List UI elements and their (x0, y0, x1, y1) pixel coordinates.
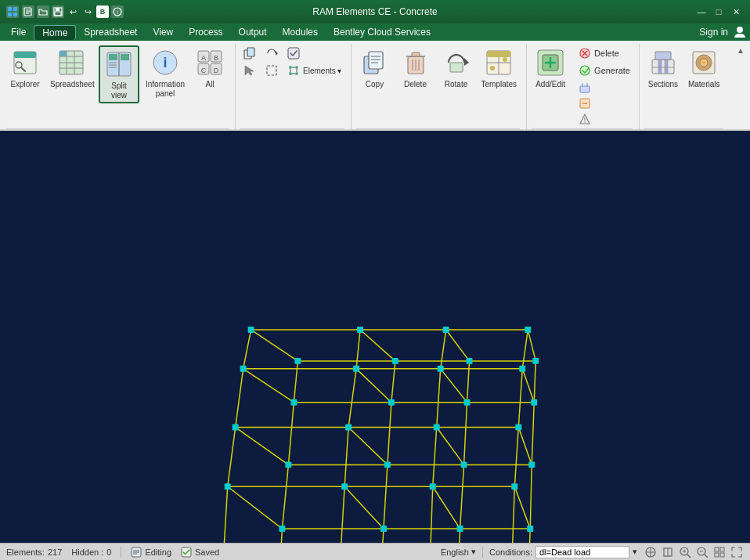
svg-rect-92 (658, 60, 662, 74)
menu-bentley-cloud[interactable]: Bentley Cloud Services (326, 25, 438, 39)
conditions-input[interactable] (535, 546, 629, 558)
svg-rect-82 (580, 86, 590, 92)
svg-marker-44 (276, 51, 278, 56)
editing-status[interactable]: Editing (131, 547, 171, 558)
svg-line-114 (224, 486, 228, 543)
fit-icon[interactable] (712, 545, 727, 559)
svg-rect-67 (450, 63, 463, 72)
svg-rect-218 (392, 358, 398, 364)
close-button[interactable]: ✕ (728, 4, 744, 20)
new-icon[interactable] (22, 5, 34, 18)
select-elements-dropdown[interactable]: Elements ▾ (284, 63, 344, 78)
copy-button[interactable]: Copy (356, 45, 394, 91)
svg-rect-3 (13, 13, 17, 16)
sections-icon (647, 47, 679, 78)
ribbon-group-selection: Elements ▾ Selection (237, 44, 351, 142)
svg-rect-199 (443, 327, 449, 333)
elements-count: 217 (48, 547, 62, 557)
delete-lc-button[interactable]: Delete (575, 45, 633, 61)
svg-rect-210 (384, 461, 391, 468)
menu-process[interactable]: Process (181, 25, 230, 39)
svg-line-176 (467, 361, 470, 403)
lc-extra2[interactable] (575, 96, 633, 111)
svg-rect-200 (525, 327, 531, 333)
svg-line-115 (228, 428, 236, 487)
svg-rect-45 (288, 48, 299, 59)
sections-button[interactable]: Sections (644, 45, 682, 91)
svg-rect-0 (8, 7, 12, 11)
view-icon-2[interactable] (661, 545, 675, 559)
language-dropdown[interactable]: English ▾ (441, 547, 476, 557)
rotate-button[interactable]: Rotate (438, 45, 475, 91)
user-icon (733, 25, 747, 39)
save-title-icon[interactable] (52, 5, 64, 18)
svg-text:D: D (214, 67, 219, 74)
maximize-button[interactable]: □ (711, 4, 727, 20)
bentley-icon[interactable]: B (96, 5, 109, 18)
information-panel-button[interactable]: i Informationpanel (142, 45, 188, 100)
menu-home[interactable]: Home (34, 25, 76, 40)
delete-model-button[interactable]: Delete (397, 45, 434, 91)
view-icon-1[interactable] (644, 545, 658, 559)
ribbon-content: Explorer (0, 41, 750, 142)
menu-output[interactable]: Output (231, 25, 275, 39)
select-copy-button[interactable] (240, 45, 259, 61)
materials-button[interactable]: Materials (685, 45, 723, 91)
app-container: ↩ ↪ B i RAM Elements CE - Concrete — □ ✕… (0, 0, 750, 560)
open-icon[interactable] (37, 5, 49, 18)
sign-in-label: Sign in (699, 27, 728, 38)
materials-label: Materials (688, 80, 720, 89)
menu-file[interactable]: File (3, 25, 34, 39)
saved-status[interactable]: Saved (181, 547, 219, 558)
generate-button[interactable]: Generate (575, 63, 633, 78)
lc-extra1[interactable] (575, 80, 633, 96)
redo-icon[interactable]: ↪ (81, 5, 94, 18)
svg-line-116 (236, 369, 243, 428)
fullscreen-icon[interactable] (730, 545, 744, 559)
svg-line-178 (530, 464, 532, 529)
zoom-out-icon[interactable] (695, 545, 709, 559)
svg-rect-10 (55, 12, 61, 16)
copy-icon (359, 47, 391, 78)
svg-line-160 (446, 330, 470, 361)
svg-rect-188 (511, 483, 517, 490)
svg-rect-248 (720, 547, 724, 551)
lc-extra3[interactable] (575, 111, 633, 127)
svg-rect-9 (56, 8, 59, 11)
sign-in-area[interactable]: Sign in (699, 25, 747, 39)
add-edit-button[interactable]: Add/Edit (532, 45, 569, 91)
svg-point-72 (490, 66, 495, 70)
templates-button[interactable]: Templates (478, 45, 521, 91)
select-window-button[interactable] (262, 63, 281, 78)
svg-text:i: i (117, 9, 118, 15)
svg-rect-207 (457, 526, 463, 532)
select-rotate-button[interactable] (262, 45, 281, 61)
select-extra-button[interactable] (284, 45, 303, 61)
undo-icon[interactable]: ↩ (67, 5, 79, 18)
svg-point-49 (289, 72, 292, 75)
menu-spreadsheet[interactable]: Spreadsheet (76, 25, 145, 39)
svg-line-146 (437, 428, 464, 465)
extra-icon[interactable]: i (111, 5, 124, 18)
zoom-in-icon[interactable] (678, 545, 692, 559)
svg-line-119 (344, 428, 348, 487)
split-view-button[interactable]: Splitview (99, 45, 139, 103)
svg-rect-214 (388, 399, 395, 406)
delete-model-label: Delete (404, 80, 427, 89)
ribbon-collapse-button[interactable]: ▲ (734, 44, 747, 56)
svg-line-138 (344, 486, 384, 529)
svg-rect-191 (434, 425, 440, 431)
svg-point-13 (737, 27, 743, 33)
svg-rect-1 (13, 7, 17, 11)
conditions-arrow[interactable]: ▾ (633, 547, 637, 557)
select-arrow-button[interactable] (240, 63, 259, 78)
svg-line-180 (534, 361, 535, 403)
svg-rect-56 (369, 52, 383, 69)
minimize-button[interactable]: — (694, 4, 709, 20)
3d-structure-canvas[interactable]: Y X Z (0, 131, 750, 543)
menu-modules[interactable]: Modules (275, 25, 326, 39)
explorer-button[interactable]: Explorer (6, 45, 44, 91)
spreadsheet-button[interactable]: Spreadsheet (47, 45, 96, 91)
menu-view[interactable]: View (145, 25, 181, 39)
all-button[interactable]: A B C D All (191, 45, 229, 91)
